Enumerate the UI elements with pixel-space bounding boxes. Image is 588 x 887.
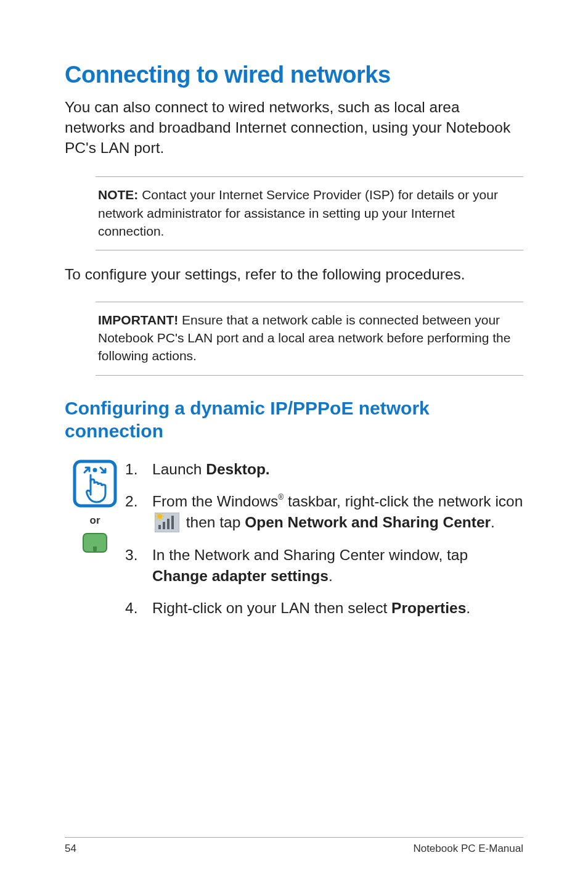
svg-rect-4 bbox=[158, 525, 161, 529]
note-box: NOTE: Contact your Internet Service Prov… bbox=[96, 176, 523, 250]
step-4: 4. Right-click on your LAN then select P… bbox=[125, 598, 523, 619]
step-3: 3. In the Network and Sharing Center win… bbox=[125, 545, 523, 587]
important-label: IMPORTANT! bbox=[98, 313, 178, 327]
step-2: 2. From the Windows® taskbar, right-clic… bbox=[125, 491, 523, 534]
svg-line-14 bbox=[162, 519, 163, 520]
important-box: IMPORTANT! Ensure that a network cable i… bbox=[96, 302, 523, 376]
or-label: or bbox=[65, 514, 125, 527]
svg-line-16 bbox=[162, 513, 163, 514]
svg-rect-7 bbox=[171, 516, 174, 529]
step-body: In the Network and Sharing Center window… bbox=[152, 545, 523, 587]
step-text: . bbox=[466, 600, 470, 616]
input-method-icons: or bbox=[65, 459, 125, 630]
step-number: 3. bbox=[125, 545, 152, 587]
network-tray-icon bbox=[155, 513, 179, 532]
svg-line-15 bbox=[157, 519, 158, 520]
note-text: Contact your Internet Service Provider (… bbox=[98, 188, 498, 238]
registered-mark: ® bbox=[278, 493, 284, 501]
step-bold: Change adapter settings bbox=[152, 567, 329, 584]
note-label: NOTE: bbox=[98, 188, 138, 202]
touchpad-icon bbox=[83, 533, 107, 553]
step-text: Launch bbox=[152, 461, 206, 477]
step-text: . bbox=[491, 514, 495, 530]
step-body: From the Windows® taskbar, right-click t… bbox=[152, 491, 523, 534]
footer-title: Notebook PC E-Manual bbox=[413, 843, 523, 855]
configure-line: To configure your settings, refer to the… bbox=[65, 264, 523, 285]
steps-list: 1. Launch Desktop. 2. From the Windows® … bbox=[125, 459, 523, 630]
page-content: Connecting to wired networks You can als… bbox=[0, 0, 588, 630]
step-number: 2. bbox=[125, 491, 152, 534]
page-title: Connecting to wired networks bbox=[65, 62, 523, 88]
procedure-block: or 1. Launch Desktop. 2. From the Window… bbox=[65, 459, 523, 630]
page-footer: 54 Notebook PC E-Manual bbox=[65, 837, 523, 855]
section-heading: Configuring a dynamic IP/PPPoE network c… bbox=[65, 397, 523, 443]
step-text: In the Network and Sharing Center window… bbox=[152, 547, 468, 563]
step-text: From the Windows bbox=[152, 493, 278, 510]
step-body: Right-click on your LAN then select Prop… bbox=[152, 598, 523, 619]
touch-gesture-icon bbox=[72, 459, 118, 508]
page-number: 54 bbox=[65, 843, 76, 855]
svg-rect-5 bbox=[163, 522, 165, 529]
step-number: 4. bbox=[125, 598, 152, 619]
svg-point-2 bbox=[94, 469, 96, 471]
step-body: Launch Desktop. bbox=[152, 459, 523, 480]
intro-paragraph: You can also connect to wired networks, … bbox=[65, 97, 523, 158]
step-bold: Open Network and Sharing Center bbox=[245, 514, 491, 530]
step-bold: Desktop. bbox=[206, 461, 269, 477]
svg-point-8 bbox=[157, 514, 162, 519]
step-text: taskbar, right-click the network icon bbox=[284, 493, 523, 510]
svg-line-13 bbox=[157, 513, 158, 514]
svg-rect-6 bbox=[167, 519, 169, 529]
step-bold: Properties bbox=[391, 600, 466, 616]
step-1: 1. Launch Desktop. bbox=[125, 459, 523, 480]
step-text: . bbox=[329, 567, 333, 584]
step-number: 1. bbox=[125, 459, 152, 480]
step-text: Right-click on your LAN then select bbox=[152, 600, 391, 616]
step-text: then tap bbox=[182, 514, 245, 530]
